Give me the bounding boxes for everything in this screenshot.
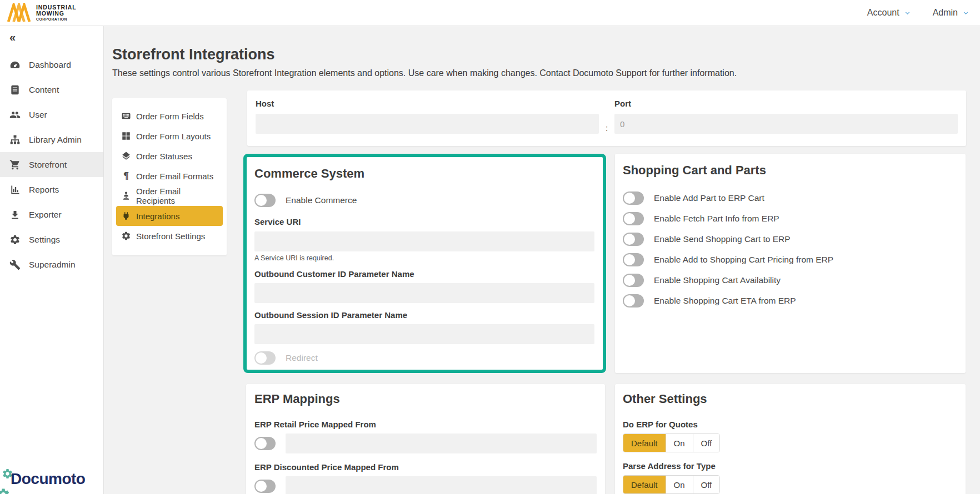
port-label: Port [614, 98, 958, 109]
subnav-item-label: Order Form Fields [136, 112, 204, 121]
toggle-row-enable-send-shopping-cart-to-erp: Enable Send Shopping Cart to ERP [623, 233, 957, 246]
toggle-enable-fetch-part-info-from-erp[interactable] [623, 212, 644, 225]
subnav-item-order-form-layouts[interactable]: Order Form Layouts [116, 126, 223, 146]
host-port-panel: Host : Port [247, 90, 966, 146]
sidebar-item-label: User [29, 110, 47, 120]
toggle-enable-add-to-shopping-cart-pricing-from-erp[interactable] [623, 253, 644, 266]
erp-mappings-card: ERP Mappings ERP Retail Price Mapped Fro… [246, 384, 605, 494]
sidebar-item-storefront[interactable]: Storefront [0, 152, 103, 177]
toggle-row-enable-shopping-cart-eta-from-erp: Enable Shopping Cart ETA from ERP [623, 294, 957, 308]
erp-discounted-price-mapped-from-label: ERP Discounted Price Mapped From [254, 462, 597, 472]
toggle-knob [256, 438, 267, 449]
sidebar-item-reports[interactable]: Reports [0, 177, 103, 202]
download-icon [9, 209, 21, 220]
sidebar-item-dashboard[interactable]: Dashboard [0, 52, 103, 77]
outbound-session-label: Outbound Session ID Parameter Name [254, 310, 594, 320]
gear-icon [9, 234, 21, 245]
sidebar-collapse-button[interactable]: « [9, 32, 21, 43]
sidebar-item-exporter[interactable]: Exporter [0, 202, 103, 227]
company-name: INDUSTRIAL MOWING CORPORATION [36, 4, 77, 21]
sidebar-item-label: Reports [29, 185, 59, 195]
outbound-session-input[interactable] [254, 324, 594, 344]
sidebar-item-content[interactable]: Content [0, 77, 103, 102]
port-field-group: Port [614, 98, 958, 138]
toggle-knob [624, 213, 635, 224]
erp-discounted-price-mapped-from-input[interactable] [286, 476, 597, 494]
sidebar-item-label: Settings [29, 235, 60, 245]
enable-commerce-row: Enable Commerce [254, 194, 594, 207]
port-input[interactable] [614, 114, 958, 134]
tools-icon [9, 259, 21, 270]
seg-parse-address-for-type-default[interactable]: Default [623, 476, 666, 493]
subnav-item-storefront-settings[interactable]: Storefront Settings [116, 226, 223, 246]
subnav-item-label: Storefront Settings [136, 231, 205, 241]
subnav-item-order-form-fields[interactable]: Order Form Fields [116, 106, 223, 126]
account-menu-label: Account [867, 8, 899, 18]
sidebar-item-label: Library Admin [29, 135, 82, 145]
service-uri-helper: A Service URI is required. [254, 254, 594, 262]
outbound-customer-input[interactable] [254, 283, 594, 303]
seg-do-erp-for-quotes-on[interactable]: On [666, 434, 693, 452]
service-uri-input[interactable] [254, 231, 594, 251]
layers-icon [121, 151, 131, 161]
toggle-knob [624, 234, 635, 245]
host-input[interactable] [256, 114, 599, 134]
toggle-knob [256, 481, 267, 492]
gear-icon [121, 231, 131, 241]
toggle-enable-send-shopping-cart-to-erp[interactable] [623, 233, 644, 246]
toggle-enable-shopping-cart-availability[interactable] [623, 274, 644, 287]
keyboard-icon [121, 111, 131, 121]
toggle-enable-add-part-to-erp-cart[interactable] [623, 191, 644, 205]
sidebar-item-user[interactable]: User [0, 102, 103, 127]
subnav-item-order-statuses[interactable]: Order Statuses [116, 146, 223, 166]
company-logo[interactable]: INDUSTRIAL MOWING CORPORATION [7, 3, 77, 23]
sidebar-nav: DashboardContentUserLibrary AdminStorefr… [0, 52, 103, 277]
parse-address-for-type-label: Parse Address for Type [623, 461, 957, 471]
sidebar-item-superadmin[interactable]: Superadmin [0, 252, 103, 277]
subnav-item-order-email-formats[interactable]: ¶Order Email Formats [116, 166, 223, 186]
other-card-title: Other Settings [623, 391, 957, 407]
erp-discounted-price-mapped-from-toggle[interactable] [254, 480, 276, 493]
mowing-logo-icon [7, 3, 32, 23]
enable-commerce-toggle[interactable] [254, 194, 276, 207]
erp-card-title: ERP Mappings [254, 391, 597, 407]
app-window: INDUSTRIAL MOWING CORPORATION Account Ad… [0, 0, 980, 494]
account-menu[interactable]: Account [867, 8, 912, 18]
toggle-row-enable-shopping-cart-availability: Enable Shopping Cart Availability [623, 274, 957, 287]
sidebar-item-library-admin[interactable]: Library Admin [0, 127, 103, 152]
subnav-item-integrations[interactable]: Integrations [116, 206, 223, 226]
plug-icon [121, 211, 131, 221]
redirect-row: Redirect [254, 351, 594, 365]
seg-parse-address-for-type-off[interactable]: Off [693, 476, 720, 493]
seg-parse-address-for-type-on[interactable]: On [666, 476, 693, 493]
subnav-item-order-email-recipients[interactable]: Order Email Recipients [116, 186, 223, 206]
storefront-subnav-card: Order Form FieldsOrder Form LayoutsOrder… [112, 98, 227, 255]
top-bar: INDUSTRIAL MOWING CORPORATION Account Ad… [0, 0, 980, 26]
redirect-toggle[interactable] [254, 351, 276, 365]
enable-commerce-label: Enable Commerce [286, 195, 357, 205]
toggle-label: Enable Shopping Cart Availability [654, 275, 781, 285]
erp-retail-price-mapped-from-toggle[interactable] [254, 437, 276, 450]
toggle-enable-shopping-cart-eta-from-erp[interactable] [623, 294, 644, 308]
svg-text:¶: ¶ [123, 171, 129, 181]
seg-do-erp-for-quotes-off[interactable]: Off [693, 434, 720, 452]
sidebar: « DashboardContentUserLibrary AdminStore… [0, 26, 104, 494]
erp-fields: ERP Retail Price Mapped FromERP Discount… [254, 419, 597, 494]
shopping-card-title: Shopping Cart and Parts [623, 163, 957, 178]
toggle-knob [624, 295, 635, 306]
person-pin-icon [121, 191, 131, 201]
chevron-down-icon [962, 9, 970, 17]
admin-menu[interactable]: Admin [933, 8, 970, 18]
shopping-cart-card: Shopping Cart and Parts Enable Add Part … [615, 154, 966, 373]
toggle-label: Enable Add Part to ERP Cart [654, 193, 764, 203]
seg-do-erp-for-quotes-default[interactable]: Default [623, 434, 666, 452]
commerce-system-card: Commerce System Enable Commerce Service … [243, 154, 606, 373]
sidebar-item-settings[interactable]: Settings [0, 227, 103, 252]
shopping-toggle-list: Enable Add Part to ERP CartEnable Fetch … [623, 191, 957, 308]
erp-retail-price-mapped-from-input[interactable] [286, 433, 597, 453]
toggle-knob [624, 254, 635, 265]
redirect-label: Redirect [286, 353, 318, 363]
toggle-knob [256, 352, 267, 364]
toggle-knob [256, 195, 267, 206]
top-menus: Account Admin [867, 8, 970, 18]
